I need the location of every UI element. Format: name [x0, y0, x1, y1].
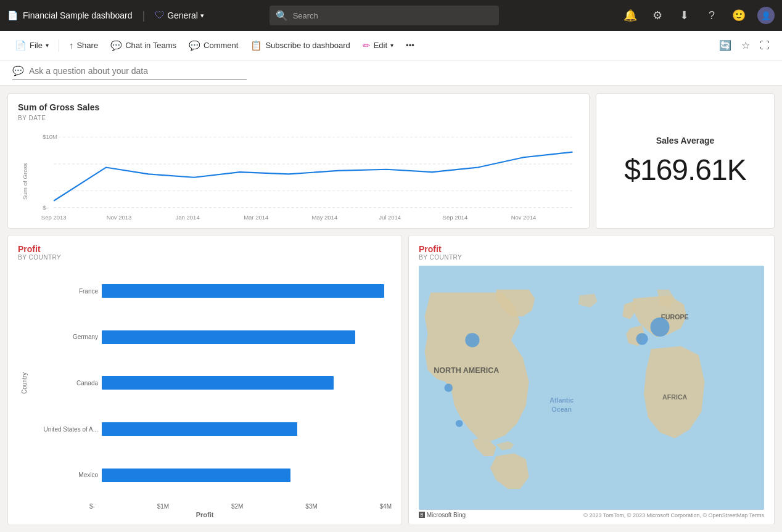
subscribe-label: Subscribe to dashboard: [265, 41, 350, 50]
chevron-down-icon: ▾: [200, 12, 204, 20]
dashboard-title: Financial Sample dashboard: [23, 10, 132, 20]
workspace-name: General: [167, 10, 198, 20]
shield-icon: 🛡: [155, 10, 165, 21]
bar-row-france: France: [30, 282, 392, 300]
gross-sales-title: Sum of Gross Sales: [18, 102, 579, 112]
north-america-label: NORTH AMERICA: [434, 366, 499, 375]
svg-text:Jan 2014: Jan 2014: [176, 214, 200, 221]
qa-input[interactable]: [29, 66, 247, 76]
avatar-icon: 👤: [761, 11, 771, 20]
line-chart-svg: Sum of Gross $10M $- Sep 2013 Nov 2013 J…: [18, 124, 579, 224]
dot-europe-1: [651, 317, 670, 337]
svg-text:Sep 2013: Sep 2013: [41, 214, 67, 221]
help-button[interactable]: ?: [703, 7, 720, 24]
bar-label-germany: Germany: [30, 334, 98, 340]
bar-fill-canada: [102, 376, 334, 390]
bar-row-germany: Germany: [30, 329, 392, 346]
bar-label-france: France: [30, 288, 98, 295]
svg-text:May 2014: May 2014: [311, 214, 337, 221]
toolbar: 📄 File ▾ ↑ Share 💬 Chat in Teams 💬 Comme…: [0, 31, 782, 60]
profit-map-card: Profit BY COUNTRY: [408, 235, 775, 525]
svg-text:$-: $-: [43, 204, 47, 211]
search-input[interactable]: [293, 11, 493, 20]
bar-chart-inner: Country France Germany: [18, 266, 392, 501]
file-button[interactable]: 📄 File ▾: [10, 37, 54, 54]
edit-chevron-icon: ▾: [390, 42, 393, 49]
notifications-button[interactable]: 🔔: [622, 7, 639, 24]
profit-map-title: Profit: [419, 244, 764, 254]
gross-sales-chart: Sum of Gross $10M $- Sep 2013 Nov 2013 J…: [18, 124, 579, 224]
bar-container-canada: [102, 376, 392, 390]
map-svg: NORTH AMERICA EUROPE AFRICA Atlantic Oce…: [419, 266, 764, 510]
x-axis-labels: $- $1M $2M $3M $4M: [18, 503, 392, 510]
bar-label-mexico: Mexico: [30, 472, 98, 478]
dot-mexico: [456, 420, 463, 427]
bar-fill-germany: [102, 330, 355, 344]
chat-teams-button[interactable]: 💬 Chat in Teams: [105, 37, 181, 54]
bar-chart-area: Country France Germany: [18, 266, 392, 518]
subscribe-icon: 📋: [250, 40, 262, 51]
profit-map-subtitle: BY COUNTRY: [419, 254, 764, 261]
ocean-label: Ocean: [552, 406, 572, 413]
y-axis-label: Country: [21, 372, 28, 394]
download-button[interactable]: ⬇: [676, 7, 693, 24]
bars-area: France Germany Canada: [30, 266, 392, 501]
more-button[interactable]: •••: [401, 38, 419, 53]
avatar[interactable]: 👤: [757, 7, 775, 24]
edit-button[interactable]: ✏ Edit ▾: [358, 37, 398, 54]
svg-text:Mar 2014: Mar 2014: [244, 214, 269, 221]
africa-label: AFRICA: [662, 393, 687, 401]
qa-input-wrap[interactable]: 💬: [12, 65, 247, 80]
map-attribution: © 2023 TomTom, © 2023 Microsoft Corporat…: [583, 512, 764, 518]
bar-container-mexico: [102, 469, 392, 482]
x-label-0: $-: [89, 503, 95, 510]
workspace-selector[interactable]: 🛡 General ▾: [155, 10, 204, 21]
file-label: File: [30, 41, 43, 50]
bar-container-usa: [102, 422, 392, 436]
comment-button[interactable]: 💬 Comment: [184, 37, 243, 54]
atlantic-label: Atlantic: [549, 396, 574, 404]
file-icon: 📄: [15, 40, 27, 51]
bar-fill-mexico: [102, 469, 290, 482]
chat-teams-label: Chat in Teams: [125, 41, 176, 50]
bottom-row: Profit BY COUNTRY Country France: [7, 235, 775, 525]
sales-avg-value: $169.61K: [624, 153, 746, 187]
dot-us-west: [445, 383, 453, 392]
more-label: •••: [406, 41, 414, 50]
svg-text:Nov 2013: Nov 2013: [107, 214, 132, 221]
main-content: Sum of Gross Sales BY DATE Sum of Gross …: [0, 86, 782, 532]
feedback-button[interactable]: 🙂: [730, 7, 747, 24]
share-button[interactable]: ↑ Share: [64, 37, 103, 54]
svg-text:Sum of Gross: Sum of Gross: [22, 163, 28, 200]
fullscreen-button[interactable]: ⛶: [757, 38, 772, 54]
svg-text:Nov 2014: Nov 2014: [511, 214, 537, 221]
edit-icon: ✏: [363, 40, 371, 51]
sales-avg-title: Sales Average: [656, 136, 715, 145]
x-label-4: $4M: [380, 503, 392, 510]
bing-logo: 🅱 Microsoft Bing: [419, 512, 466, 518]
nav-icons: 🔔 ⚙ ⬇ ? 🙂 👤: [622, 7, 775, 24]
favorite-button[interactable]: ☆: [739, 37, 752, 54]
toolbar-right: 🔄 ☆ ⛶: [717, 37, 772, 54]
profit-bar-card: Profit BY COUNTRY Country France: [7, 235, 402, 525]
bar-container-germany: [102, 330, 392, 344]
qa-icon: 💬: [12, 65, 24, 76]
qa-bar: 💬: [0, 60, 782, 86]
subscribe-button[interactable]: 📋 Subscribe to dashboard: [245, 37, 355, 54]
settings-button[interactable]: ⚙: [649, 7, 666, 24]
dot-canada: [465, 333, 479, 347]
page-icon: 📄: [7, 10, 18, 20]
gross-sales-card: Sum of Gross Sales BY DATE Sum of Gross …: [7, 93, 590, 229]
refresh-button[interactable]: 🔄: [717, 37, 734, 54]
share-label: Share: [76, 41, 98, 50]
search-icon: 🔍: [276, 10, 288, 22]
map-footer: 🅱 Microsoft Bing © 2023 TomTom, © 2023 M…: [419, 512, 764, 518]
svg-text:$10M: $10M: [43, 133, 57, 140]
comment-label: Comment: [204, 41, 238, 50]
bar-label-usa: United States of A...: [30, 426, 98, 433]
share-icon: ↑: [69, 40, 74, 51]
search-bar[interactable]: 🔍: [270, 6, 499, 25]
top-nav: 📄 Financial Sample dashboard | 🛡 General…: [0, 0, 782, 31]
nav-title: 📄 Financial Sample dashboard: [7, 10, 132, 20]
x-label-3: $3M: [305, 503, 317, 510]
